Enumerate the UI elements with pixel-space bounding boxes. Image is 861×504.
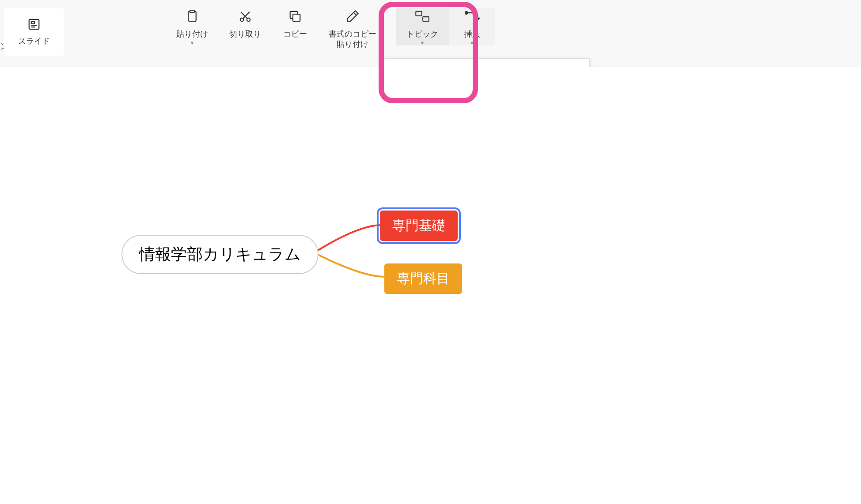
- insert-button[interactable]: 挿入 ▼: [449, 8, 495, 45]
- svg-rect-5: [190, 10, 194, 12]
- mindmap-canvas[interactable]: 情報学部カリキュラム 専門基礎 専門科目: [0, 67, 861, 504]
- central-topic-node[interactable]: 情報学部カリキュラム: [121, 235, 319, 274]
- copy-icon: [288, 8, 302, 25]
- main-toolbar: ン スライド 貼り付け ▼ 切り取り コピー 書式のコピー貼り付け: [0, 0, 861, 67]
- child-topic-node-2[interactable]: 専門科目: [384, 263, 462, 294]
- svg-rect-13: [423, 17, 429, 21]
- slide-button[interactable]: スライド: [4, 8, 64, 56]
- paste-icon: [186, 8, 199, 25]
- insert-label: 挿入: [464, 29, 480, 39]
- slide-icon: [27, 16, 41, 33]
- topic-button[interactable]: トピック ▼: [396, 8, 449, 45]
- insert-icon: [465, 8, 480, 25]
- paste-label: 貼り付け: [176, 29, 208, 39]
- svg-rect-1: [31, 22, 35, 24]
- cut-button[interactable]: 切り取り: [219, 8, 272, 39]
- format-painter-label: 書式のコピー貼り付け: [329, 29, 376, 50]
- slide-label: スライド: [18, 36, 50, 46]
- chevron-down-icon: ▼: [190, 40, 195, 45]
- cut-label: 切り取り: [229, 29, 261, 39]
- chevron-down-icon: ▼: [420, 40, 425, 45]
- svg-rect-11: [293, 14, 300, 21]
- topic-label: トピック: [406, 29, 438, 39]
- copy-button[interactable]: コピー: [272, 8, 318, 39]
- connector-lines: [0, 67, 618, 376]
- format-painter-button[interactable]: 書式のコピー貼り付け: [318, 8, 387, 50]
- copy-label: コピー: [283, 29, 307, 39]
- topic-icon: [415, 8, 430, 25]
- svg-rect-0: [29, 19, 39, 30]
- svg-rect-12: [416, 11, 422, 16]
- paste-button[interactable]: 貼り付け ▼: [166, 8, 219, 45]
- chevron-down-icon: ▼: [470, 40, 474, 45]
- child-topic-node-1[interactable]: 専門基礎: [380, 211, 458, 241]
- svg-point-14: [465, 11, 467, 14]
- scissors-icon: [239, 8, 252, 25]
- paintbrush-icon: [345, 8, 360, 25]
